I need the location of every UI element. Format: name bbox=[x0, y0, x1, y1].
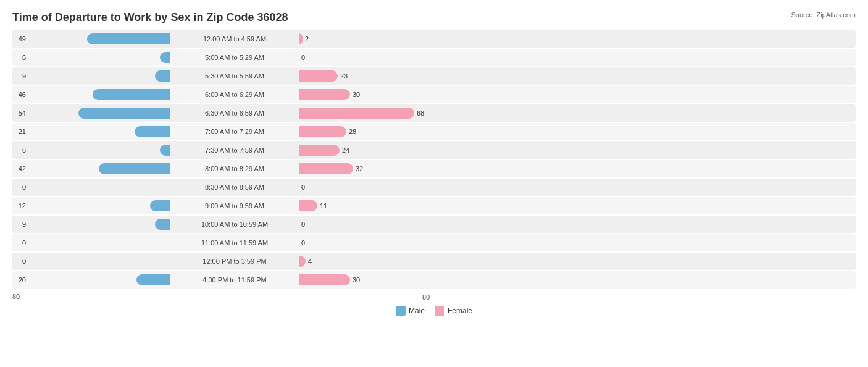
legend-female: Female bbox=[435, 306, 472, 316]
male-bar bbox=[150, 200, 170, 211]
right-section: 68 bbox=[296, 108, 457, 119]
male-bar bbox=[160, 52, 170, 63]
bar-row: 20 4:00 PM to 11:59 PM 30 bbox=[12, 271, 856, 289]
left-section: 9 bbox=[12, 219, 173, 230]
bar-row: 6 7:30 AM to 7:59 AM 24 bbox=[12, 141, 856, 159]
male-value: 9 bbox=[12, 72, 26, 80]
time-label: 8:30 AM to 8:59 AM bbox=[173, 184, 296, 191]
female-bar bbox=[299, 163, 353, 174]
left-section: 20 bbox=[12, 274, 173, 285]
time-label: 7:00 AM to 7:29 AM bbox=[173, 128, 296, 135]
time-label: 7:30 AM to 7:59 AM bbox=[173, 146, 296, 154]
bar-row: 0 11:00 AM to 11:59 AM 0 bbox=[12, 234, 856, 251]
male-value: 20 bbox=[12, 276, 26, 284]
female-value: 30 bbox=[353, 91, 366, 98]
bar-row: 9 10:00 AM to 10:59 AM 0 bbox=[12, 216, 856, 233]
left-section: 0 bbox=[12, 182, 173, 193]
right-section: 0 bbox=[296, 237, 457, 248]
male-value: 54 bbox=[12, 109, 26, 117]
bar-row: 12 9:00 AM to 9:59 AM 11 bbox=[12, 197, 856, 214]
axis-row: 80 80 bbox=[12, 291, 856, 302]
legend-female-label: Female bbox=[448, 306, 472, 315]
female-value: 0 bbox=[301, 239, 315, 247]
female-value: 68 bbox=[417, 109, 430, 117]
time-label: 10:00 AM to 10:59 AM bbox=[173, 221, 296, 228]
male-bar bbox=[78, 108, 170, 119]
female-bar bbox=[299, 256, 306, 267]
male-value: 12 bbox=[12, 202, 26, 209]
left-section: 42 bbox=[12, 163, 173, 174]
time-label: 12:00 PM to 3:59 PM bbox=[173, 258, 296, 265]
left-section: 49 bbox=[12, 33, 173, 44]
male-bar bbox=[160, 145, 170, 156]
left-bar-wrap bbox=[28, 33, 170, 44]
left-section: 0 bbox=[12, 256, 173, 267]
bar-row: 42 8:00 AM to 8:29 AM 32 bbox=[12, 160, 856, 177]
source-text: Source: ZipAtlas.com bbox=[791, 11, 856, 19]
right-section: 4 bbox=[296, 256, 457, 267]
right-section: 28 bbox=[296, 126, 457, 137]
male-value: 21 bbox=[12, 128, 26, 135]
right-section: 0 bbox=[296, 182, 457, 193]
bar-row: 49 12:00 AM to 4:59 AM 2 bbox=[12, 30, 856, 48]
bar-row: 46 6:00 AM to 6:29 AM 30 bbox=[12, 86, 856, 103]
right-section: 24 bbox=[296, 145, 457, 156]
chart-container: Time of Departure to Work by Sex in Zip … bbox=[0, 0, 868, 367]
left-bar-wrap bbox=[28, 219, 170, 230]
left-bar-wrap bbox=[28, 108, 170, 119]
male-bar bbox=[155, 70, 170, 82]
left-section: 54 bbox=[12, 108, 173, 119]
bar-row: 54 6:30 AM to 6:59 AM 68 bbox=[12, 104, 856, 122]
time-label: 5:30 AM to 5:59 AM bbox=[173, 72, 296, 80]
legend-male-label: Male bbox=[409, 306, 425, 315]
male-bar bbox=[136, 274, 170, 285]
left-bar-wrap bbox=[28, 256, 170, 267]
bar-row: 21 7:00 AM to 7:29 AM 28 bbox=[12, 123, 856, 140]
left-section: 46 bbox=[12, 89, 173, 100]
male-value: 6 bbox=[12, 146, 26, 154]
left-bar-wrap bbox=[28, 145, 170, 156]
legend-female-box bbox=[435, 306, 444, 316]
time-label: 11:00 AM to 11:59 AM bbox=[173, 239, 296, 247]
time-label: 9:00 AM to 9:59 AM bbox=[173, 202, 296, 209]
male-bar bbox=[155, 219, 170, 230]
male-bar bbox=[93, 89, 170, 100]
male-bar bbox=[135, 126, 170, 137]
time-label: 12:00 AM to 4:59 AM bbox=[173, 35, 296, 43]
time-label: 5:00 AM to 5:29 AM bbox=[173, 54, 296, 61]
male-value: 42 bbox=[12, 165, 26, 172]
left-bar-wrap bbox=[28, 163, 170, 174]
female-bar bbox=[299, 274, 350, 285]
left-bar-wrap bbox=[28, 182, 170, 193]
male-value: 0 bbox=[12, 258, 26, 265]
time-label: 6:30 AM to 6:59 AM bbox=[173, 109, 296, 117]
left-bar-wrap bbox=[28, 274, 170, 285]
bar-row: 9 5:30 AM to 5:59 AM 23 bbox=[12, 67, 856, 85]
legend-male-box bbox=[396, 306, 406, 316]
female-value: 0 bbox=[301, 184, 315, 191]
axis-right-label: 80 bbox=[422, 293, 430, 301]
female-value: 0 bbox=[301, 221, 315, 228]
right-section: 30 bbox=[296, 274, 457, 285]
female-value: 23 bbox=[340, 72, 354, 80]
male-value: 0 bbox=[12, 184, 26, 191]
time-label: 8:00 AM to 8:29 AM bbox=[173, 165, 296, 172]
female-bar bbox=[299, 126, 346, 137]
left-bar-wrap bbox=[28, 52, 170, 63]
left-section: 0 bbox=[12, 237, 173, 248]
female-value: 24 bbox=[342, 146, 356, 154]
female-bar bbox=[299, 89, 350, 100]
female-bar bbox=[299, 33, 303, 44]
axis-right: 80 bbox=[296, 291, 457, 302]
bar-row: 0 12:00 PM to 3:59 PM 4 bbox=[12, 253, 856, 270]
male-bar bbox=[99, 163, 170, 174]
female-value: 2 bbox=[305, 35, 319, 43]
female-bar bbox=[299, 145, 340, 156]
male-value: 0 bbox=[12, 239, 26, 247]
male-value: 49 bbox=[12, 35, 26, 43]
legend-male: Male bbox=[396, 306, 425, 316]
legend: Male Female bbox=[12, 306, 856, 316]
female-value: 30 bbox=[353, 276, 366, 284]
axis-left-label: 80 bbox=[12, 293, 20, 300]
right-section: 32 bbox=[296, 163, 457, 174]
